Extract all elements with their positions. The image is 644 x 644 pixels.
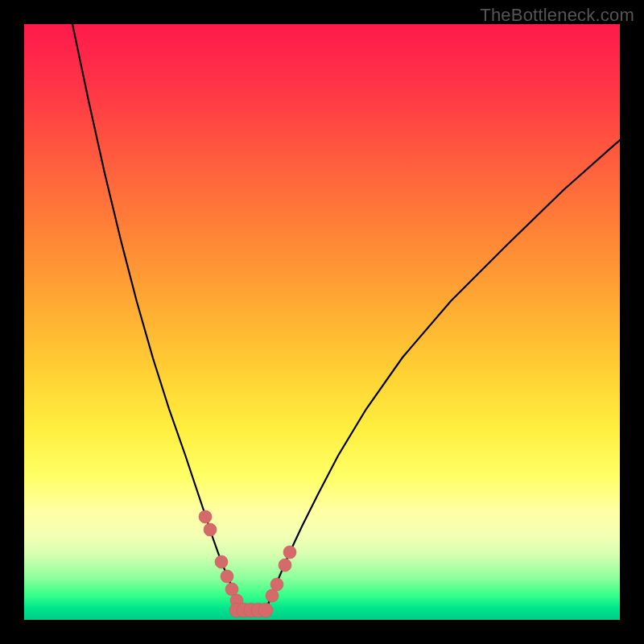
bead-marker <box>221 570 233 583</box>
bead-marker <box>225 583 238 596</box>
bead-marker <box>270 578 283 591</box>
bead-marker <box>279 559 291 572</box>
curve-overlay <box>24 24 620 620</box>
bead-marker <box>199 510 212 523</box>
left-curve-line <box>72 24 242 610</box>
bead-marker <box>266 589 279 602</box>
bead-marker <box>204 523 217 536</box>
bead-marker <box>258 603 273 617</box>
right-curve-line <box>266 140 620 610</box>
bead-marker <box>215 555 228 568</box>
bead-marker <box>283 546 296 559</box>
chart-container: TheBottleneck.com <box>0 0 644 644</box>
plot-area <box>24 24 620 620</box>
watermark-label: TheBottleneck.com <box>480 5 634 26</box>
bead-markers <box>199 510 296 617</box>
